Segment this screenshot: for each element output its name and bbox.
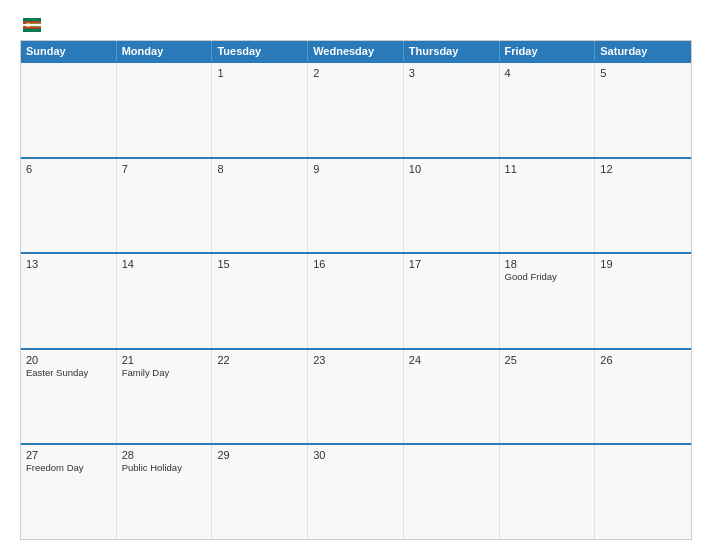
cal-cell: 2 [308,63,404,157]
cal-cell: 5 [595,63,691,157]
cal-cell: 24 [404,350,500,444]
svg-rect-8 [23,22,41,24]
cal-cell: 4 [500,63,596,157]
cal-cell: 16 [308,254,404,348]
day-number: 3 [409,67,494,79]
day-number: 10 [409,163,494,175]
day-number: 1 [217,67,302,79]
cal-cell: 28Public Holiday [117,445,213,539]
cal-cell: 29 [212,445,308,539]
cal-cell: 21Family Day [117,350,213,444]
holiday-label: Family Day [122,367,207,378]
calendar-body: 123456789101112131415161718Good Friday19… [21,61,691,539]
cal-cell: 6 [21,159,117,253]
day-number: 13 [26,258,111,270]
cal-cell: 17 [404,254,500,348]
cal-cell [21,63,117,157]
cal-cell [117,63,213,157]
cal-cell: 18Good Friday [500,254,596,348]
week-row-5: 27Freedom Day28Public Holiday2930 [21,443,691,539]
days-of-week-row: SundayMondayTuesdayWednesdayThursdayFrid… [21,41,691,61]
day-number: 14 [122,258,207,270]
holiday-label: Easter Sunday [26,367,111,378]
day-of-week-tuesday: Tuesday [212,41,308,61]
day-number: 30 [313,449,398,461]
day-number: 18 [505,258,590,270]
logo-flag-icon [23,18,41,32]
calendar-grid: SundayMondayTuesdayWednesdayThursdayFrid… [20,40,692,540]
day-number: 23 [313,354,398,366]
cal-cell: 13 [21,254,117,348]
holiday-label: Freedom Day [26,462,111,473]
svg-rect-9 [23,27,41,29]
day-number: 11 [505,163,590,175]
day-of-week-saturday: Saturday [595,41,691,61]
cal-cell: 14 [117,254,213,348]
cal-cell: 23 [308,350,404,444]
cal-cell: 7 [117,159,213,253]
day-of-week-thursday: Thursday [404,41,500,61]
cal-cell: 15 [212,254,308,348]
holiday-label: Public Holiday [122,462,207,473]
day-of-week-wednesday: Wednesday [308,41,404,61]
day-number: 22 [217,354,302,366]
day-number: 29 [217,449,302,461]
week-row-1: 12345 [21,61,691,157]
day-of-week-sunday: Sunday [21,41,117,61]
week-row-2: 6789101112 [21,157,691,253]
day-number: 26 [600,354,686,366]
cal-cell [595,445,691,539]
cal-cell: 9 [308,159,404,253]
cal-cell [500,445,596,539]
day-number: 20 [26,354,111,366]
day-number: 28 [122,449,207,461]
svg-rect-5 [23,24,41,26]
cal-cell: 30 [308,445,404,539]
day-number: 6 [26,163,111,175]
day-number: 24 [409,354,494,366]
day-number: 12 [600,163,686,175]
day-number: 27 [26,449,111,461]
day-number: 21 [122,354,207,366]
day-number: 5 [600,67,686,79]
day-number: 16 [313,258,398,270]
cal-cell: 1 [212,63,308,157]
day-number: 2 [313,67,398,79]
cal-cell: 12 [595,159,691,253]
logo [20,18,41,32]
cal-cell: 25 [500,350,596,444]
calendar-page: SundayMondayTuesdayWednesdayThursdayFrid… [0,0,712,550]
cal-cell: 20Easter Sunday [21,350,117,444]
cal-cell: 27Freedom Day [21,445,117,539]
svg-rect-6 [23,18,41,22]
day-number: 15 [217,258,302,270]
day-number: 4 [505,67,590,79]
page-header [20,18,692,32]
week-row-3: 131415161718Good Friday19 [21,252,691,348]
cal-cell: 19 [595,254,691,348]
cal-cell: 22 [212,350,308,444]
day-number: 19 [600,258,686,270]
week-row-4: 20Easter Sunday21Family Day2223242526 [21,348,691,444]
cal-cell: 10 [404,159,500,253]
cal-cell: 11 [500,159,596,253]
svg-rect-7 [23,28,41,32]
day-number: 17 [409,258,494,270]
holiday-label: Good Friday [505,271,590,282]
cal-cell: 26 [595,350,691,444]
cal-cell: 3 [404,63,500,157]
day-of-week-friday: Friday [500,41,596,61]
day-of-week-monday: Monday [117,41,213,61]
cal-cell [404,445,500,539]
day-number: 25 [505,354,590,366]
cal-cell: 8 [212,159,308,253]
day-number: 8 [217,163,302,175]
day-number: 7 [122,163,207,175]
day-number: 9 [313,163,398,175]
